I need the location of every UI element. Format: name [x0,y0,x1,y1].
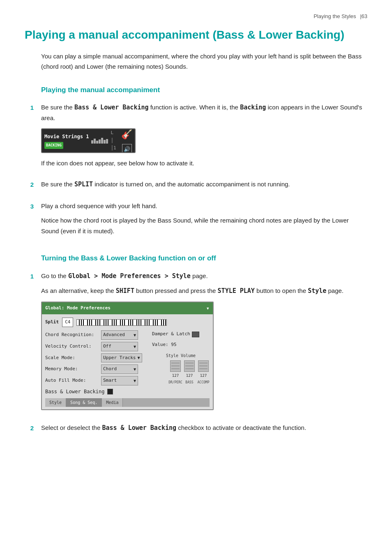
bass-lower-backing-row: Bass & Lower Backing [45,388,148,396]
autofill-dropdown[interactable]: Smart ▼ [101,376,138,385]
style-volume-label: Style Volume [152,352,210,359]
dropdown-arrow-1: ▼ [134,332,136,339]
section2-heading: Turning the Bass & Lower Backing functio… [41,253,367,264]
damper-checkbox[interactable] [192,332,199,337]
dropdown-arrow-2: ▼ [134,343,136,350]
mode-prefs-panel: Global: Mode Preferences ▾ Split C4 Chor… [41,302,214,410]
panel-row-velocity: Velocity Control: Off ▼ [45,342,148,351]
vol-line-3b [199,366,208,366]
split-ref: SPLIT [74,181,93,188]
memory-value: Chord [103,365,117,373]
shift-ref: SHIFT [116,287,134,295]
global-mode-ref: Global > Mode Preferences > Style [68,272,191,280]
style-page-ref: Style [308,287,326,295]
velocity-label: Velocity Control: [45,343,99,350]
dropdown-arrow-4: ▼ [134,366,136,373]
vol-line-1a [171,363,180,363]
section2-step-2-content: Select or deselect the Bass & Lower Back… [41,422,367,438]
bar7 [106,139,108,144]
panel-row-chord-recognition: Chord Recognition: Advanced ▼ [45,330,148,340]
chord-recognition-dropdown[interactable]: Advanced ▼ [101,330,138,340]
vol-num-2: 127 [186,373,193,379]
step-1: 1 Be sure the Bass & Lower Backing funct… [25,102,367,173]
level-indicator: L │ │1 [111,129,119,152]
panel-title: Global: Mode Preferences [45,304,111,312]
bar1 [91,140,93,144]
vol-name-1: DR/PERC [168,380,182,385]
dropdown-arrow-3: ▼ [137,354,140,361]
vol-line-3a [199,363,208,363]
section2-step-2: 2 Select or deselect the Bass & Lower Ba… [25,422,367,438]
section2-step-1: 1 Go to the Global > Mode Preferences > … [25,271,367,416]
panel-left-col: Chord Recognition: Advanced ▼ Velocity C… [45,330,148,397]
vol-line-2a [185,363,194,363]
bass-lower-backing-panel-label: Bass & Lower Backing [45,388,105,396]
panel-row-memory: Memory Mode: Chord ▼ [45,364,148,374]
style-volume-bars: 127 DR/PERC 127 [152,360,210,385]
bar3 [96,141,98,144]
display-right: 🎸 🔊 [121,128,132,153]
step-3-content: Play a chord sequence with your left han… [41,201,367,241]
autofill-label: Auto Fill Mode: [45,377,99,385]
panel-tab-media[interactable]: Media [102,398,123,407]
memory-label: Memory Mode: [45,365,99,373]
autofill-value: Smart [103,377,117,385]
step-number-2: 2 [25,180,34,190]
scale-label: Scale Mode: [45,354,99,362]
bar6 [104,140,106,144]
memory-dropdown[interactable]: Chord ▼ [101,364,138,374]
sound-name: Movie Strings 1 [44,132,89,141]
bass-lower-ref-2: Bass & Lower Backing [102,424,176,432]
step-3-text: Play a chord sequence with your left han… [41,201,367,211]
bass-lower-backing-ref: Bass & Lower Backing [74,104,149,111]
vol-bar-bass: 127 BASS [183,360,196,385]
chord-recognition-value: Advanced [103,331,125,339]
step-1-text: Be sure the Bass & Lower Backing functio… [41,102,367,123]
piano-bars [91,138,108,144]
split-label: Split [45,318,59,326]
section2-step-number-1: 1 [25,272,34,281]
dropdown-arrow-5: ▼ [134,377,136,384]
display-left: Movie Strings 1 BACKING [44,132,89,149]
section1-heading: Playing the manual accompaniment [41,84,367,95]
split-row: Split C4 [45,317,210,328]
section-title: Playing the Styles [314,13,356,19]
vol-name-3: ACCOMP [198,380,210,385]
panel-body: Split C4 Chord Recognition: Advanced ▼ [42,314,213,409]
page-number: |63 [360,13,367,19]
panel-right-col: Damper & Latch Value: 95 Style Volume [152,330,210,397]
step-2-text: Be sure the SPLIT indicator is turned on… [41,179,367,190]
vol-num-3: 127 [200,373,207,379]
velocity-dropdown[interactable]: Off ▼ [101,342,138,351]
vol-bar-accomp: 127 ACCOMP [197,360,210,385]
intro-text: You can play a simple manual accompanime… [41,51,367,72]
vol-line-1c [171,369,180,369]
bass-lower-checkbox[interactable] [107,389,113,395]
panel-row-scale: Scale Mode: Upper Tracks ▼ [45,353,148,363]
scale-value: Upper Tracks [103,354,136,362]
step-1-after: If the icon does not appear, see below h… [41,158,367,169]
bar5 [101,138,103,144]
damper-row: Damper & Latch [152,330,210,338]
vol-line-1b [171,366,180,366]
bar4 [99,139,101,144]
panel-titlebar: Global: Mode Preferences ▾ [42,302,213,315]
vol-bar-drperc: 127 DR/PERC [169,360,182,385]
style-play-ref: STYLE PLAY [218,287,255,295]
vol-name-2: BASS [185,380,193,385]
style-volume-section: Style Volume 127 DR/PERC [152,352,210,385]
value-95-row: Value: 95 [152,340,210,349]
page-header: Playing the Styles |63 [25,12,367,23]
section2-step-number-2: 2 [25,423,34,433]
scale-dropdown[interactable]: Upper Tracks ▼ [101,353,142,363]
panel-tab-style[interactable]: Style [45,398,66,407]
backing-badge: BACKING [44,142,63,149]
vol-line-3c [199,369,208,369]
vol-num-1: 127 [172,373,179,379]
step-2: 2 Be sure the SPLIT indicator is turned … [25,179,367,194]
velocity-value: Off [103,343,111,350]
panel-tab-song[interactable]: Song & Seq. [66,398,102,407]
step-number-1: 1 [25,103,34,113]
section2-step-1-content: Go to the Global > Mode Preferences > St… [41,271,367,416]
backing-ref: Backing [240,104,266,111]
